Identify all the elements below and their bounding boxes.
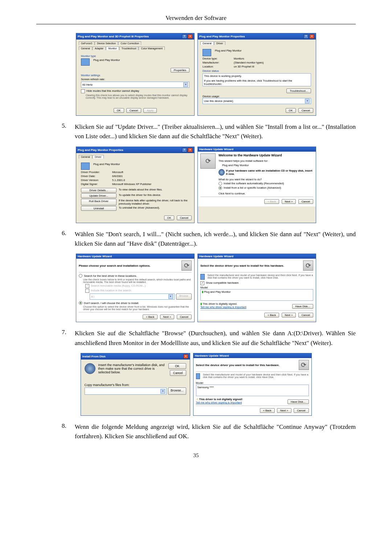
next-button[interactable]: Next > bbox=[282, 313, 296, 317]
group-device-status: Device status bbox=[203, 69, 311, 73]
tab[interactable]: Adapter bbox=[93, 46, 106, 50]
radio-search[interactable] bbox=[79, 274, 82, 278]
device-status-box: This device is working properly. If you … bbox=[203, 73, 311, 86]
help-icon[interactable]: ? bbox=[182, 148, 187, 152]
back-button[interactable]: < Back bbox=[264, 313, 279, 317]
tab[interactable]: Color Management bbox=[139, 46, 165, 50]
driver-details-button[interactable]: Driver Details... bbox=[81, 188, 117, 193]
chevron-down-icon: ▾ bbox=[305, 99, 310, 103]
floppy-cd-icon bbox=[85, 363, 95, 374]
model-list[interactable]: Samsung **** bbox=[196, 385, 309, 396]
back-button[interactable]: < Back bbox=[143, 315, 158, 319]
monitor-icon bbox=[196, 373, 200, 379]
properties-button[interactable]: Properties bbox=[171, 68, 189, 73]
figure-row-c: Hardware Update Wizard Please choose you… bbox=[36, 254, 356, 322]
copy-from-label: Copy manufacturer's files from: bbox=[85, 383, 186, 387]
step-text: Wenn die folgende Meldung angezeigt wird… bbox=[75, 422, 356, 442]
update-driver-button[interactable]: Update Driver... bbox=[81, 193, 117, 198]
chk-removable: ✓ bbox=[85, 284, 89, 288]
cancel-button[interactable]: Cancel bbox=[298, 108, 313, 113]
show-compatible-checkbox[interactable]: ✓ bbox=[200, 281, 204, 285]
tab-driver[interactable]: Driver bbox=[93, 155, 104, 159]
ok-button[interactable]: OK bbox=[168, 363, 186, 369]
next-button[interactable]: Next > bbox=[160, 315, 175, 319]
roll-back-driver-button[interactable]: Roll Back Driver bbox=[81, 199, 117, 205]
step-number: 8. bbox=[62, 422, 75, 442]
troubleshoot-button[interactable]: Troubleshoot... bbox=[286, 89, 311, 93]
radio-from-list[interactable] bbox=[219, 186, 222, 190]
tab[interactable]: GeForce3 bbox=[79, 41, 94, 45]
tab-general[interactable]: General bbox=[79, 155, 92, 159]
tab[interactable]: Device Selection bbox=[95, 41, 118, 45]
wizard-icon: ⟳ bbox=[181, 260, 192, 271]
help-icon[interactable]: ? bbox=[182, 34, 187, 39]
ok-button[interactable]: OK bbox=[114, 108, 124, 113]
close-icon[interactable]: × bbox=[188, 34, 193, 39]
window-title: Plug and Play Monitor Properties bbox=[78, 148, 123, 152]
wizard-heading: Select the device driver you want to ins… bbox=[196, 364, 280, 367]
ok-button[interactable]: OK bbox=[164, 216, 175, 220]
figure-row-b: Plug and Play Monitor Properties ?× Gene… bbox=[36, 147, 356, 223]
copy-from-select[interactable]: ▾ bbox=[85, 387, 167, 395]
tab[interactable]: General bbox=[79, 46, 92, 50]
window-title: Install From Disk bbox=[82, 355, 106, 358]
window-title: Hardware Update Wizard bbox=[199, 255, 233, 258]
next-button[interactable]: Next > bbox=[282, 199, 296, 204]
wizard-heading: Please choose your search and installati… bbox=[79, 264, 150, 267]
tab[interactable]: Troubleshoot bbox=[119, 46, 139, 50]
cancel-button[interactable]: Cancel bbox=[294, 408, 309, 413]
win-hw-update-search-options: Hardware Update Wizard Please choose you… bbox=[76, 254, 195, 322]
hide-modes-checkbox[interactable] bbox=[81, 89, 85, 93]
cancel-button[interactable]: Cancel bbox=[298, 199, 313, 204]
step-number: 7. bbox=[62, 329, 75, 348]
monitor-icon bbox=[200, 274, 205, 280]
have-disk-button[interactable]: Have Disk... bbox=[287, 399, 309, 404]
cancel-button[interactable]: Cancel bbox=[298, 313, 313, 317]
page-number: 35 bbox=[36, 452, 356, 459]
browse-button[interactable]: Browse... bbox=[168, 387, 186, 395]
signing-link[interactable]: Tell me why driver signing is important bbox=[200, 305, 246, 309]
hide-modes-label: Hide modes that this monitor cannot disp… bbox=[86, 89, 139, 93]
cancel-button[interactable]: Cancel bbox=[170, 370, 186, 376]
refresh-rate-select[interactable]: 60 Hertz ▾ bbox=[81, 82, 189, 88]
close-icon[interactable]: × bbox=[309, 34, 314, 39]
cancel-button[interactable]: Cancel bbox=[177, 216, 192, 220]
chevron-down-icon: ▾ bbox=[183, 82, 188, 87]
win-install-from-disk: Install From Disk × Insert the manufactu… bbox=[81, 353, 190, 416]
device-usage-label: Device usage: bbox=[203, 95, 311, 98]
figure-row-a: Plug and Play Monitor and 3D Prophet III… bbox=[36, 33, 356, 116]
uninstall-button[interactable]: Uninstall bbox=[81, 206, 117, 211]
have-disk-button[interactable]: Have Disk... bbox=[292, 304, 313, 309]
next-button[interactable]: Next > bbox=[277, 408, 291, 413]
window-title: Hardware Update Wizard bbox=[199, 148, 233, 151]
close-icon[interactable]: × bbox=[188, 148, 193, 152]
help-icon[interactable]: ? bbox=[303, 34, 309, 39]
tab-general[interactable]: General bbox=[200, 41, 214, 45]
radio-auto[interactable] bbox=[219, 182, 222, 185]
close-icon[interactable]: × bbox=[183, 354, 188, 359]
radio-dont-search[interactable] bbox=[79, 301, 82, 305]
ok-button[interactable]: OK bbox=[286, 108, 296, 113]
cd-icon bbox=[219, 169, 225, 176]
step-number: 5. bbox=[62, 122, 75, 141]
tab[interactable]: Color Correction bbox=[118, 41, 141, 45]
wizard-icon: ⟳ bbox=[200, 153, 216, 169]
model-list[interactable]: ▮ Plug and Play Monitor bbox=[200, 289, 313, 301]
win-hw-update-select-driver-1: Hardware Update Wizard Select the device… bbox=[197, 254, 316, 322]
win-pnp-monitor-props-driver: Plug and Play Monitor Properties ?× Gene… bbox=[76, 147, 195, 223]
chevron-down-icon: ▾ bbox=[168, 294, 173, 299]
step-text: Wählen Sie "Don't search, I will..." (Ni… bbox=[75, 230, 356, 249]
page-header: Verwenden der Software bbox=[36, 15, 356, 24]
step-text: Klicken Sie auf die Schaltfläche "Browse… bbox=[75, 329, 356, 348]
cancel-button[interactable]: Cancel bbox=[126, 108, 141, 113]
window-title: Plug and Play Monitor and 3D Prophet III… bbox=[78, 35, 149, 38]
window-title: Plug and Play Monitor Properties bbox=[199, 35, 245, 38]
signing-link[interactable]: Tell me why driver signing is important bbox=[196, 401, 243, 404]
group-monitor-settings: Monitor settings bbox=[81, 74, 189, 77]
device-usage-select[interactable]: Use this device (enable) ▾ bbox=[203, 98, 311, 104]
cancel-button[interactable]: Cancel bbox=[177, 315, 192, 319]
monitor-icon bbox=[203, 49, 211, 56]
tab-driver[interactable]: Driver bbox=[214, 41, 225, 45]
back-button[interactable]: < Back bbox=[260, 408, 275, 413]
tab-monitor[interactable]: Monitor bbox=[106, 46, 119, 50]
